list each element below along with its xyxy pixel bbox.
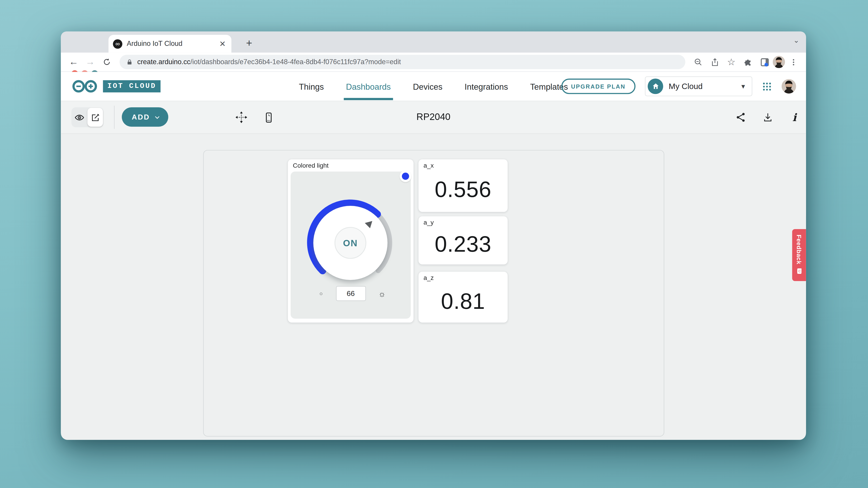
tenant-label: My Cloud <box>669 82 740 91</box>
mobile-preview-button[interactable] <box>258 107 278 127</box>
colored-light-widget[interactable]: Colored light ON ○ <box>288 159 413 322</box>
value-readout: 0.233 <box>418 224 507 265</box>
share-dashboard-button[interactable] <box>731 107 751 127</box>
view-edit-switch <box>71 107 103 127</box>
info-button[interactable]: i <box>784 107 804 127</box>
value-readout: 0.556 <box>418 167 507 212</box>
share-up-icon <box>710 57 719 67</box>
nav-things[interactable]: Things <box>298 73 325 100</box>
user-avatar[interactable] <box>782 79 796 94</box>
arduino-favicon-icon: ∞ <box>113 39 123 48</box>
view-mode-button[interactable] <box>71 112 87 123</box>
browser-tab-strip: ∞ Arduino IoT Cloud ✕ + ⌄ <box>61 32 806 53</box>
feedback-smiley-icon <box>796 268 803 275</box>
nav-devices[interactable]: Devices <box>412 73 443 100</box>
app-header: IOT CLOUD Things Dashboards Devices Inte… <box>61 72 806 101</box>
tab-close-icon[interactable]: ✕ <box>218 39 227 48</box>
browser-window: ∞ Arduino IoT Cloud ✕ + ⌄ ← → create.ard… <box>61 32 806 439</box>
brightness-max-icon: ☼ <box>377 286 387 301</box>
browser-profile-avatar[interactable] <box>773 56 785 68</box>
extensions-puzzle-icon[interactable] <box>741 55 755 69</box>
edit-pencil-icon <box>91 112 100 122</box>
arrange-widgets-button[interactable] <box>231 107 251 127</box>
tab-title: Arduino IoT Cloud <box>127 40 218 47</box>
nav-dashboards[interactable]: Dashboards <box>345 73 392 100</box>
feedback-tab[interactable]: Feedback <box>792 229 806 281</box>
desktop: ∞ Arduino IoT Cloud ✕ + ⌄ ← → create.ard… <box>0 0 868 488</box>
home-icon <box>648 78 663 94</box>
zoom-out-button[interactable] <box>691 55 705 69</box>
add-label: ADD <box>132 113 150 121</box>
reload-icon <box>102 58 111 66</box>
dashboard-title: RP2040 <box>61 101 806 133</box>
browser-toolbar: ← → create.arduino.cc /iot/dashboards/e7… <box>61 53 806 72</box>
eye-icon <box>74 112 85 123</box>
value-readout: 0.81 <box>418 280 507 323</box>
dimmer-knob[interactable]: ON <box>303 196 397 290</box>
lock-icon <box>126 58 133 66</box>
value-widget-ay[interactable]: a_y 0.233 <box>418 217 507 265</box>
edit-mode-button[interactable] <box>88 108 103 127</box>
toolbar-divider <box>114 106 114 129</box>
value-widget-az[interactable]: a_z 0.81 <box>418 271 507 322</box>
side-panel-icon[interactable] <box>757 55 772 69</box>
address-bar[interactable]: create.arduino.cc /iot/dashboards/e7ec36… <box>120 55 685 69</box>
tenant-selector[interactable]: My Cloud ▼ <box>645 76 752 96</box>
brightness-input[interactable]: 66 <box>336 286 366 301</box>
back-button[interactable]: ← <box>66 55 81 69</box>
forward-button: → <box>83 55 97 69</box>
browser-menu-icon[interactable] <box>786 55 801 69</box>
side-panel-glyph <box>759 57 770 67</box>
add-widget-button[interactable]: ADD <box>122 107 168 127</box>
new-tab-button[interactable]: + <box>242 36 256 51</box>
brightness-min-icon: ○ <box>317 286 326 301</box>
magnifier-minus-icon <box>693 57 703 67</box>
tenant-caret-icon: ▼ <box>740 83 746 90</box>
share-page-button[interactable] <box>708 55 722 69</box>
upgrade-plan-button[interactable]: UPGRADE PLAN <box>561 78 636 94</box>
light-color-indicator[interactable] <box>400 170 411 182</box>
on-state-text: ON <box>343 238 358 248</box>
feedback-label: Feedback <box>796 234 803 264</box>
download-icon <box>762 112 773 123</box>
share-nodes-icon <box>735 112 746 123</box>
phone-icon <box>263 111 274 123</box>
move-arrows-icon <box>235 111 248 124</box>
widget-title: Colored light <box>293 162 329 169</box>
app-grid-icon[interactable] <box>762 81 772 92</box>
url-host: create.arduino.cc <box>137 58 190 66</box>
color-swatch <box>402 173 409 180</box>
brightness-row: ○ 66 ☼ <box>288 286 413 301</box>
avatar-face <box>773 56 785 68</box>
widget-canvas: Colored light ON ○ <box>203 150 664 437</box>
tab-strip-chevron-icon[interactable]: ⌄ <box>794 36 800 44</box>
dashboard-toolbar: ADD RP2040 i <box>61 101 806 134</box>
chevron-down-icon <box>154 113 160 120</box>
nav-integrations[interactable]: Integrations <box>463 73 509 100</box>
puzzle-icon <box>743 57 753 67</box>
bookmark-star-icon[interactable]: ☆ <box>724 55 739 69</box>
download-data-button[interactable] <box>758 107 778 127</box>
value-widget-ax[interactable]: a_x 0.556 <box>418 159 507 212</box>
url-path: /iot/dashboards/e7ec36b4-1e48-4fea-8db4-… <box>190 58 401 66</box>
dashboard-content: Colored light ON ○ <box>61 134 806 440</box>
reload-button[interactable] <box>100 55 114 69</box>
kebab-menu-glyph <box>789 58 798 66</box>
browser-tab[interactable]: ∞ Arduino IoT Cloud ✕ <box>108 35 231 53</box>
